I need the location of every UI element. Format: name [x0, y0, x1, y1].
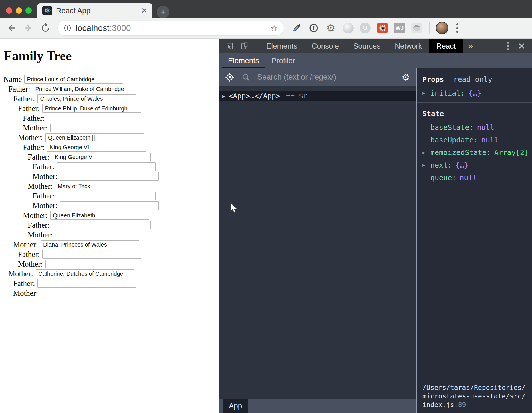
eyedropper-extension-icon[interactable]	[291, 23, 302, 33]
devtools-close-icon[interactable]: ✕	[518, 41, 525, 51]
source-path[interactable]: /Users/taras/Repositories/microstates-us…	[417, 383, 532, 413]
react-subtab-elements[interactable]: Elements	[222, 53, 265, 68]
browser-menu-icon[interactable]	[455, 22, 460, 34]
extensions-bar: ⚙UWJ	[291, 23, 422, 33]
expand-triangle-icon[interactable]: ▶	[422, 90, 430, 96]
family-row-input[interactable]	[60, 201, 159, 210]
devtools-tab-console[interactable]: Console	[304, 39, 346, 53]
inspect-element-icon[interactable]	[225, 42, 234, 50]
tab-close-icon[interactable]: ✕	[140, 6, 148, 15]
window-minimize-button[interactable]	[16, 7, 22, 14]
family-row-input[interactable]	[47, 143, 146, 152]
gear-bug-extension-icon[interactable]: ⚙	[325, 23, 336, 33]
family-row-input[interactable]	[57, 192, 156, 200]
ember-extension-icon[interactable]	[411, 23, 422, 33]
select-element-icon[interactable]	[225, 73, 234, 82]
family-row-input[interactable]	[36, 269, 134, 278]
family-row-label: Mother:	[28, 231, 53, 239]
devtools-menu-icon[interactable]	[505, 40, 511, 52]
family-row: Mother:	[0, 124, 219, 132]
react-devtools-extension-icon[interactable]	[377, 23, 388, 33]
react-subtab-profiler[interactable]: Profiler	[265, 53, 301, 68]
reload-icon[interactable]	[41, 23, 50, 33]
page-title: Family Tree	[4, 48, 219, 63]
family-row-input[interactable]	[37, 279, 136, 288]
family-row: Father:	[0, 250, 219, 259]
tabbar-separator	[255, 41, 255, 51]
back-icon[interactable]	[6, 23, 16, 33]
window-zoom-button[interactable]	[25, 7, 32, 14]
family-row: Mother:	[0, 133, 219, 142]
family-row-label: Mother:	[18, 133, 43, 142]
tree-row-suffix: == $r	[286, 92, 307, 100]
search-input[interactable]	[257, 73, 396, 82]
family-row-input[interactable]	[57, 162, 156, 171]
family-row-input[interactable]	[50, 124, 149, 132]
props-title: Props	[422, 75, 444, 84]
family-row-input[interactable]	[52, 153, 151, 161]
settings-gear-icon[interactable]: ⚙	[402, 72, 410, 83]
devtools-tab-sources[interactable]: Sources	[346, 39, 388, 53]
letter-u-extension-icon[interactable]: U	[360, 23, 371, 33]
url-text[interactable]: localhost:3000	[76, 23, 270, 33]
toolbar-separator	[429, 22, 430, 34]
swirl-extension-icon[interactable]	[343, 23, 354, 33]
family-row: Father:	[0, 162, 219, 171]
family-row: Father:	[0, 94, 219, 103]
family-row-input[interactable]	[60, 172, 159, 181]
family-row: Father:	[0, 153, 219, 161]
family-row-input[interactable]	[41, 289, 139, 297]
family-row-input[interactable]	[50, 211, 149, 220]
state-title: State	[422, 110, 444, 118]
tree-row-tag[interactable]: <App>…</App>	[229, 92, 280, 100]
family-tree-form: NameFather:Father:Father:Father:Mother:M…	[0, 75, 219, 297]
site-info-icon[interactable]	[63, 24, 72, 32]
family-row-label: Father:	[23, 143, 45, 152]
expand-triangle-icon[interactable]: ▶	[422, 162, 430, 168]
family-row-input[interactable]	[42, 250, 141, 259]
profile-avatar[interactable]	[436, 22, 448, 34]
family-row-input[interactable]	[37, 94, 136, 103]
family-row-input[interactable]	[42, 104, 141, 113]
family-row-input[interactable]	[45, 133, 144, 142]
url-host: localhost	[76, 23, 109, 33]
family-row: Father:	[0, 104, 219, 113]
family-row-input[interactable]	[52, 221, 151, 229]
breadcrumb-bar: App	[219, 399, 416, 413]
family-row-input[interactable]	[41, 240, 139, 249]
device-toolbar-icon[interactable]	[240, 42, 249, 50]
family-row: Mother:	[0, 172, 219, 181]
tree-row-app[interactable]: ▶ <App>…</App> == $r	[219, 91, 416, 101]
family-row-input[interactable]	[45, 260, 144, 268]
family-row: Mother:	[0, 182, 219, 190]
expand-triangle-icon[interactable]: ▶	[222, 93, 225, 99]
forward-icon[interactable]	[23, 23, 33, 33]
keyhole-extension-icon[interactable]	[308, 23, 319, 33]
devtools-tab-network[interactable]: Network	[388, 39, 429, 53]
family-row: Mother:	[0, 289, 219, 297]
bookmark-star-icon[interactable]: ☆	[270, 23, 278, 33]
address-bar[interactable]: localhost:3000 ☆	[58, 21, 284, 35]
browser-tab[interactable]: React App ✕	[37, 3, 152, 18]
family-row: Mother:	[0, 240, 219, 249]
tabbar-right-separator	[499, 41, 499, 51]
expand-triangle-icon[interactable]: ▶	[422, 150, 430, 155]
family-row-input[interactable]	[47, 114, 146, 122]
family-row-input[interactable]	[55, 182, 154, 190]
kv-key: next:	[430, 161, 452, 169]
new-tab-button[interactable]: +	[157, 6, 169, 18]
family-row-label: Father:	[23, 114, 45, 123]
kv-key: baseUpdate:	[430, 136, 478, 144]
props-state-sidebar: Props read-only ▶initial:{…} State baseS…	[416, 68, 532, 413]
more-tabs-icon[interactable]: »	[463, 41, 478, 51]
devtools-tab-react[interactable]: React	[429, 39, 463, 53]
family-row: Father:	[0, 279, 219, 288]
window-close-button[interactable]	[6, 7, 12, 14]
family-row-label: Father:	[18, 104, 40, 113]
wj-extension-icon[interactable]: WJ	[394, 23, 405, 33]
family-row-input[interactable]	[24, 75, 123, 84]
family-row-input[interactable]	[33, 85, 131, 93]
breadcrumb-app[interactable]: App	[223, 399, 248, 413]
family-row-input[interactable]	[55, 231, 154, 239]
devtools-tab-elements[interactable]: Elements	[259, 39, 304, 53]
